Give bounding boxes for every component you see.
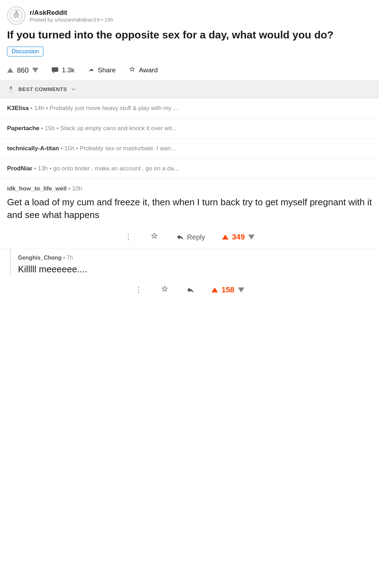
reply-comment-body: Killlll meeeeee.... bbox=[18, 264, 372, 275]
comment-preview-author: K3Elisa bbox=[7, 105, 29, 111]
expanded-comment-upvotes: 349 bbox=[232, 232, 245, 242]
reply-more-options-icon[interactable]: ⋮ bbox=[135, 285, 143, 295]
post-actions: 860 1.3k Share Award bbox=[7, 63, 372, 76]
comment-preview-row[interactable]: Papertache • 15h • Stack up empty cans a… bbox=[0, 119, 379, 139]
reply-label: Reply bbox=[187, 233, 205, 241]
askreddit-icon: ? bbox=[10, 9, 23, 22]
reply-comment: Genghis_Chong • 7h Killlll meeeeee.... bbox=[10, 248, 379, 275]
post-author[interactable]: u/suzannahdean19 bbox=[55, 17, 100, 23]
post-title: If you turned into the opposite sex for … bbox=[7, 28, 372, 42]
reply-reply-icon bbox=[186, 286, 195, 294]
post-time: 15h bbox=[104, 17, 113, 23]
chevron-down-icon[interactable] bbox=[71, 86, 76, 92]
reply-reply-button[interactable] bbox=[186, 286, 195, 294]
comment-preview-row[interactable]: technically-A-titan • 15h • Probably sex… bbox=[0, 139, 379, 159]
best-comments-label: BEST COMMENTS bbox=[18, 86, 67, 92]
award-icon bbox=[128, 66, 136, 74]
more-options-icon[interactable]: ⋮ bbox=[124, 232, 133, 242]
subreddit-name[interactable]: r/AskReddit bbox=[30, 9, 113, 17]
vote-section: 860 bbox=[7, 66, 38, 74]
expanded-comment: idk_how_to_life_well • 10h Get a load of… bbox=[0, 179, 379, 222]
comment-preview-row[interactable]: ProdNiar • 13h • go onto tinder , make a… bbox=[0, 159, 379, 179]
rocket-icon bbox=[7, 85, 15, 93]
svg-marker-11 bbox=[53, 72, 55, 74]
subreddit-icon[interactable]: ? bbox=[7, 6, 25, 25]
reply-comment-actions: ⋮ 158 bbox=[0, 280, 379, 301]
comment-preview-author: ProdNiar bbox=[7, 165, 32, 172]
reply-comment-upvotes: 158 bbox=[221, 285, 234, 295]
comment-preview-meta: K3Elisa • 14h • Probably just move heavy… bbox=[7, 105, 178, 111]
award-action[interactable]: Award bbox=[128, 66, 158, 74]
best-comments-bar[interactable]: BEST COMMENTS bbox=[0, 80, 379, 98]
upvote-count: 860 bbox=[17, 66, 29, 74]
reply-button[interactable]: Reply bbox=[176, 233, 205, 241]
share-label: Share bbox=[98, 66, 116, 74]
share-icon bbox=[87, 66, 95, 74]
reply-comment-time: 7h bbox=[67, 255, 73, 261]
reply-comment-meta: Genghis_Chong • 7h bbox=[18, 255, 372, 261]
comment-preview-author: technically-A-titan bbox=[7, 145, 59, 152]
downvote-comment-icon[interactable] bbox=[248, 235, 255, 240]
upvote-comment-icon[interactable] bbox=[222, 235, 228, 240]
comment-preview-meta: technically-A-titan • 15h • Probably sex… bbox=[7, 145, 176, 152]
award-reply-icon[interactable] bbox=[160, 285, 169, 295]
svg-rect-10 bbox=[52, 67, 58, 72]
comments-action[interactable]: 1.3k bbox=[51, 66, 74, 74]
reply-comment-author[interactable]: Genghis_Chong bbox=[18, 255, 62, 261]
subreddit-row: ? r/AskReddit Posted by u/suzannahdean19… bbox=[7, 6, 372, 25]
reply-comment-vote: 158 bbox=[212, 285, 244, 295]
award-label: Award bbox=[139, 66, 158, 74]
expanded-comment-meta: idk_how_to_life_well • 10h bbox=[7, 185, 372, 192]
comment-preview-row[interactable]: K3Elisa • 14h • Probably just move heavy… bbox=[0, 98, 379, 119]
upvote-reply-icon[interactable] bbox=[212, 287, 218, 292]
share-action[interactable]: Share bbox=[87, 66, 116, 74]
comment-previews-list: K3Elisa • 14h • Probably just move heavy… bbox=[0, 98, 379, 179]
comments-count: 1.3k bbox=[62, 66, 74, 74]
upvote-icon[interactable] bbox=[7, 68, 13, 73]
post-header: ? r/AskReddit Posted by u/suzannahdean19… bbox=[0, 0, 379, 80]
expanded-comment-author[interactable]: idk_how_to_life_well bbox=[7, 185, 67, 192]
expanded-comment-vote: 349 bbox=[222, 232, 255, 242]
reply-icon bbox=[176, 233, 184, 241]
downvote-reply-icon[interactable] bbox=[238, 287, 244, 292]
svg-text:?: ? bbox=[15, 10, 18, 15]
expanded-comment-actions: ⋮ Reply 349 bbox=[0, 228, 379, 248]
comment-preview-meta: ProdNiar • 13h • go onto tinder , make a… bbox=[7, 165, 179, 172]
post-meta: Posted by u/suzannahdean19 • 15h bbox=[30, 17, 113, 23]
subreddit-meta: r/AskReddit Posted by u/suzannahdean19 •… bbox=[30, 9, 113, 23]
expanded-comment-time: 10h bbox=[72, 185, 82, 192]
downvote-icon[interactable] bbox=[32, 68, 38, 73]
comments-icon bbox=[51, 66, 59, 74]
comment-preview-meta: Papertache • 15h • Stack up empty cans a… bbox=[7, 125, 177, 132]
award-comment-icon[interactable] bbox=[150, 232, 159, 242]
expanded-comment-body: Get a load of my cum and freeze it, then… bbox=[7, 196, 372, 222]
svg-point-12 bbox=[10, 89, 12, 90]
post-flair[interactable]: Discussion bbox=[7, 47, 43, 56]
comment-preview-author: Papertache bbox=[7, 125, 39, 132]
